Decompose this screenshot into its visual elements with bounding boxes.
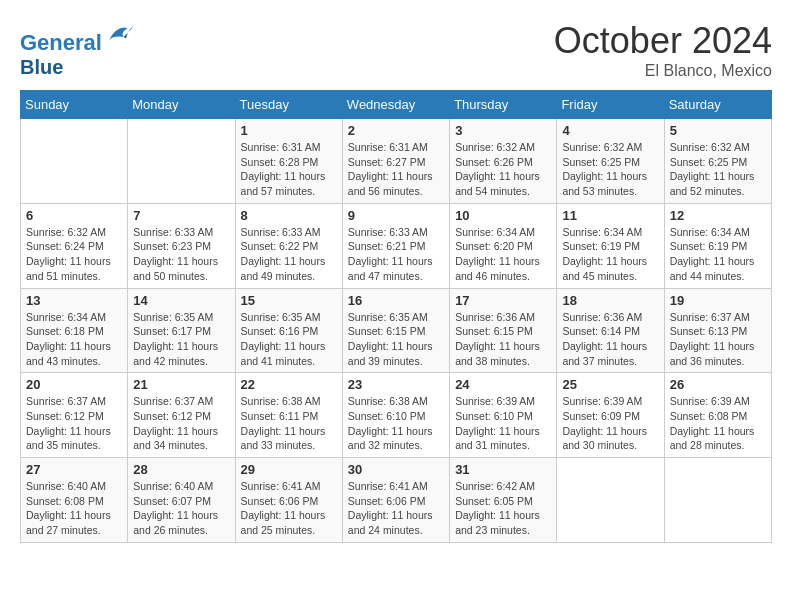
day-info: Sunrise: 6:39 AM Sunset: 6:09 PM Dayligh…: [562, 394, 658, 453]
day-info: Sunrise: 6:42 AM Sunset: 6:05 PM Dayligh…: [455, 479, 551, 538]
calendar-cell: 4Sunrise: 6:32 AM Sunset: 6:25 PM Daylig…: [557, 119, 664, 204]
day-number: 9: [348, 208, 444, 223]
day-info: Sunrise: 6:33 AM Sunset: 6:22 PM Dayligh…: [241, 225, 337, 284]
calendar-week-row: 27Sunrise: 6:40 AM Sunset: 6:08 PM Dayli…: [21, 458, 772, 543]
month-title: October 2024: [554, 20, 772, 62]
calendar-cell: 16Sunrise: 6:35 AM Sunset: 6:15 PM Dayli…: [342, 288, 449, 373]
day-number: 1: [241, 123, 337, 138]
calendar-cell: 31Sunrise: 6:42 AM Sunset: 6:05 PM Dayli…: [450, 458, 557, 543]
day-info: Sunrise: 6:31 AM Sunset: 6:28 PM Dayligh…: [241, 140, 337, 199]
calendar-cell: 25Sunrise: 6:39 AM Sunset: 6:09 PM Dayli…: [557, 373, 664, 458]
location: El Blanco, Mexico: [554, 62, 772, 80]
calendar-cell: [21, 119, 128, 204]
day-info: Sunrise: 6:35 AM Sunset: 6:15 PM Dayligh…: [348, 310, 444, 369]
calendar-cell: 23Sunrise: 6:38 AM Sunset: 6:10 PM Dayli…: [342, 373, 449, 458]
day-info: Sunrise: 6:32 AM Sunset: 6:24 PM Dayligh…: [26, 225, 122, 284]
weekday-header-cell: Thursday: [450, 91, 557, 119]
day-info: Sunrise: 6:32 AM Sunset: 6:26 PM Dayligh…: [455, 140, 551, 199]
day-number: 3: [455, 123, 551, 138]
weekday-header-cell: Monday: [128, 91, 235, 119]
weekday-header-cell: Tuesday: [235, 91, 342, 119]
day-info: Sunrise: 6:34 AM Sunset: 6:20 PM Dayligh…: [455, 225, 551, 284]
day-info: Sunrise: 6:37 AM Sunset: 6:12 PM Dayligh…: [26, 394, 122, 453]
calendar-cell: 15Sunrise: 6:35 AM Sunset: 6:16 PM Dayli…: [235, 288, 342, 373]
calendar-cell: 21Sunrise: 6:37 AM Sunset: 6:12 PM Dayli…: [128, 373, 235, 458]
day-number: 8: [241, 208, 337, 223]
day-number: 12: [670, 208, 766, 223]
day-number: 14: [133, 293, 229, 308]
calendar-cell: 5Sunrise: 6:32 AM Sunset: 6:25 PM Daylig…: [664, 119, 771, 204]
calendar-cell: 18Sunrise: 6:36 AM Sunset: 6:14 PM Dayli…: [557, 288, 664, 373]
day-number: 25: [562, 377, 658, 392]
calendar-cell: 19Sunrise: 6:37 AM Sunset: 6:13 PM Dayli…: [664, 288, 771, 373]
day-info: Sunrise: 6:37 AM Sunset: 6:12 PM Dayligh…: [133, 394, 229, 453]
day-number: 2: [348, 123, 444, 138]
weekday-header-cell: Friday: [557, 91, 664, 119]
calendar-body: 1Sunrise: 6:31 AM Sunset: 6:28 PM Daylig…: [21, 119, 772, 543]
day-info: Sunrise: 6:40 AM Sunset: 6:08 PM Dayligh…: [26, 479, 122, 538]
day-number: 26: [670, 377, 766, 392]
day-info: Sunrise: 6:37 AM Sunset: 6:13 PM Dayligh…: [670, 310, 766, 369]
calendar-table: SundayMondayTuesdayWednesdayThursdayFrid…: [20, 90, 772, 543]
day-number: 15: [241, 293, 337, 308]
day-info: Sunrise: 6:31 AM Sunset: 6:27 PM Dayligh…: [348, 140, 444, 199]
calendar-cell: 22Sunrise: 6:38 AM Sunset: 6:11 PM Dayli…: [235, 373, 342, 458]
calendar-cell: [128, 119, 235, 204]
calendar-cell: 26Sunrise: 6:39 AM Sunset: 6:08 PM Dayli…: [664, 373, 771, 458]
day-info: Sunrise: 6:41 AM Sunset: 6:06 PM Dayligh…: [348, 479, 444, 538]
day-number: 27: [26, 462, 122, 477]
day-number: 19: [670, 293, 766, 308]
calendar-cell: 12Sunrise: 6:34 AM Sunset: 6:19 PM Dayli…: [664, 203, 771, 288]
calendar-cell: 6Sunrise: 6:32 AM Sunset: 6:24 PM Daylig…: [21, 203, 128, 288]
logo-text: General Blue: [20, 20, 135, 79]
day-number: 18: [562, 293, 658, 308]
day-number: 10: [455, 208, 551, 223]
day-info: Sunrise: 6:40 AM Sunset: 6:07 PM Dayligh…: [133, 479, 229, 538]
day-number: 4: [562, 123, 658, 138]
day-info: Sunrise: 6:32 AM Sunset: 6:25 PM Dayligh…: [670, 140, 766, 199]
day-info: Sunrise: 6:39 AM Sunset: 6:08 PM Dayligh…: [670, 394, 766, 453]
day-number: 7: [133, 208, 229, 223]
calendar-cell: 17Sunrise: 6:36 AM Sunset: 6:15 PM Dayli…: [450, 288, 557, 373]
day-number: 17: [455, 293, 551, 308]
calendar-week-row: 6Sunrise: 6:32 AM Sunset: 6:24 PM Daylig…: [21, 203, 772, 288]
calendar-week-row: 20Sunrise: 6:37 AM Sunset: 6:12 PM Dayli…: [21, 373, 772, 458]
day-number: 20: [26, 377, 122, 392]
day-number: 28: [133, 462, 229, 477]
logo-bird-icon: [105, 20, 135, 50]
day-number: 30: [348, 462, 444, 477]
calendar-week-row: 13Sunrise: 6:34 AM Sunset: 6:18 PM Dayli…: [21, 288, 772, 373]
day-info: Sunrise: 6:33 AM Sunset: 6:23 PM Dayligh…: [133, 225, 229, 284]
weekday-header-cell: Saturday: [664, 91, 771, 119]
calendar-cell: 3Sunrise: 6:32 AM Sunset: 6:26 PM Daylig…: [450, 119, 557, 204]
day-number: 16: [348, 293, 444, 308]
calendar-cell: 28Sunrise: 6:40 AM Sunset: 6:07 PM Dayli…: [128, 458, 235, 543]
day-number: 13: [26, 293, 122, 308]
day-info: Sunrise: 6:33 AM Sunset: 6:21 PM Dayligh…: [348, 225, 444, 284]
calendar-cell: 2Sunrise: 6:31 AM Sunset: 6:27 PM Daylig…: [342, 119, 449, 204]
calendar-cell: 11Sunrise: 6:34 AM Sunset: 6:19 PM Dayli…: [557, 203, 664, 288]
calendar-week-row: 1Sunrise: 6:31 AM Sunset: 6:28 PM Daylig…: [21, 119, 772, 204]
day-number: 24: [455, 377, 551, 392]
calendar-cell: 7Sunrise: 6:33 AM Sunset: 6:23 PM Daylig…: [128, 203, 235, 288]
day-info: Sunrise: 6:38 AM Sunset: 6:11 PM Dayligh…: [241, 394, 337, 453]
day-info: Sunrise: 6:36 AM Sunset: 6:14 PM Dayligh…: [562, 310, 658, 369]
day-info: Sunrise: 6:39 AM Sunset: 6:10 PM Dayligh…: [455, 394, 551, 453]
day-info: Sunrise: 6:34 AM Sunset: 6:19 PM Dayligh…: [562, 225, 658, 284]
page-header: General Blue October 2024 El Blanco, Mex…: [20, 20, 772, 80]
day-info: Sunrise: 6:41 AM Sunset: 6:06 PM Dayligh…: [241, 479, 337, 538]
day-info: Sunrise: 6:38 AM Sunset: 6:10 PM Dayligh…: [348, 394, 444, 453]
calendar-cell: 30Sunrise: 6:41 AM Sunset: 6:06 PM Dayli…: [342, 458, 449, 543]
calendar-cell: 13Sunrise: 6:34 AM Sunset: 6:18 PM Dayli…: [21, 288, 128, 373]
logo: General Blue: [20, 20, 135, 79]
day-info: Sunrise: 6:35 AM Sunset: 6:16 PM Dayligh…: [241, 310, 337, 369]
day-number: 6: [26, 208, 122, 223]
calendar-cell: 8Sunrise: 6:33 AM Sunset: 6:22 PM Daylig…: [235, 203, 342, 288]
calendar-cell: 1Sunrise: 6:31 AM Sunset: 6:28 PM Daylig…: [235, 119, 342, 204]
calendar-cell: 10Sunrise: 6:34 AM Sunset: 6:20 PM Dayli…: [450, 203, 557, 288]
day-number: 5: [670, 123, 766, 138]
calendar-cell: [664, 458, 771, 543]
day-number: 23: [348, 377, 444, 392]
day-number: 22: [241, 377, 337, 392]
day-number: 21: [133, 377, 229, 392]
